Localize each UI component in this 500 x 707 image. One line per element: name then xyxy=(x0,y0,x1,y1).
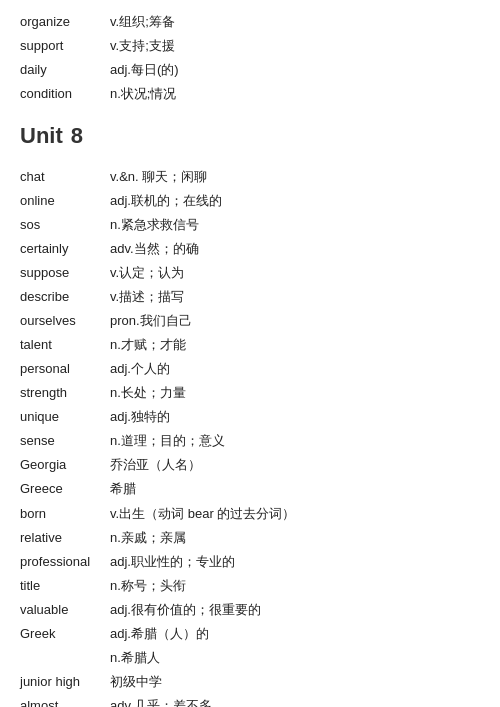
list-item: unique adj.独特的 xyxy=(20,405,480,429)
definition: n.称号；头衔 xyxy=(110,574,480,598)
unit-vocab-section: chat v.&n. 聊天；闲聊 online adj.联机的；在线的 sos … xyxy=(20,165,480,707)
list-item: n.希腊人 xyxy=(20,646,480,670)
definition: adv.当然；的确 xyxy=(110,237,480,261)
list-item: daily adj.每日(的) xyxy=(20,58,480,82)
unit-number: 8 xyxy=(71,116,83,157)
definition: adj.独特的 xyxy=(110,405,480,429)
word: personal xyxy=(20,357,110,381)
list-item: sense n.道理；目的；意义 xyxy=(20,429,480,453)
list-item: professional adj.职业性的；专业的 xyxy=(20,550,480,574)
unit-header: Unit 8 xyxy=(20,116,480,157)
list-item: organize v.组织;筹备 xyxy=(20,10,480,34)
list-item: valuable adj.很有价值的；很重要的 xyxy=(20,598,480,622)
list-item: sos n.紧急求救信号 xyxy=(20,213,480,237)
word: ourselves xyxy=(20,309,110,333)
list-item: almost adv.几乎；差不多 xyxy=(20,694,480,707)
definition: v.组织;筹备 xyxy=(110,10,480,34)
definition: n.长处；力量 xyxy=(110,381,480,405)
list-item: support v.支持;支援 xyxy=(20,34,480,58)
definition: adj.个人的 xyxy=(110,357,480,381)
list-item: strength n.长处；力量 xyxy=(20,381,480,405)
list-item: ourselves pron.我们自己 xyxy=(20,309,480,333)
list-item: relative n.亲戚；亲属 xyxy=(20,526,480,550)
vocabulary-list: organize v.组织;筹备 support v.支持;支援 daily a… xyxy=(20,10,480,707)
definition: v.出生（动词 bear 的过去分词） xyxy=(110,502,480,526)
word: talent xyxy=(20,333,110,357)
list-item: junior high 初级中学 xyxy=(20,670,480,694)
word: Greece xyxy=(20,477,110,501)
pre-unit-section: organize v.组织;筹备 support v.支持;支援 daily a… xyxy=(20,10,480,106)
word: support xyxy=(20,34,110,58)
list-item: Greece 希腊 xyxy=(20,477,480,501)
word: professional xyxy=(20,550,110,574)
list-item: title n.称号；头衔 xyxy=(20,574,480,598)
definition: n.才赋；才能 xyxy=(110,333,480,357)
word: suppose xyxy=(20,261,110,285)
list-item: certainly adv.当然；的确 xyxy=(20,237,480,261)
word: born xyxy=(20,502,110,526)
list-item: online adj.联机的；在线的 xyxy=(20,189,480,213)
list-item: chat v.&n. 聊天；闲聊 xyxy=(20,165,480,189)
word: almost xyxy=(20,694,110,707)
list-item: born v.出生（动词 bear 的过去分词） xyxy=(20,502,480,526)
word: Greek xyxy=(20,622,110,646)
word: chat xyxy=(20,165,110,189)
definition: 乔治亚（人名） xyxy=(110,453,480,477)
word: certainly xyxy=(20,237,110,261)
word: relative xyxy=(20,526,110,550)
list-item: describe v.描述；描写 xyxy=(20,285,480,309)
word: daily xyxy=(20,58,110,82)
definition: n.紧急求救信号 xyxy=(110,213,480,237)
word: sos xyxy=(20,213,110,237)
word: organize xyxy=(20,10,110,34)
word: title xyxy=(20,574,110,598)
word xyxy=(20,646,110,670)
word: valuable xyxy=(20,598,110,622)
definition: adv.几乎；差不多 xyxy=(110,694,480,707)
definition: v.描述；描写 xyxy=(110,285,480,309)
list-item: Greek adj.希腊（人）的 xyxy=(20,622,480,646)
list-item: condition n.状况;情况 xyxy=(20,82,480,106)
list-item: personal adj.个人的 xyxy=(20,357,480,381)
definition: adj.很有价值的；很重要的 xyxy=(110,598,480,622)
definition: adj.联机的；在线的 xyxy=(110,189,480,213)
word: describe xyxy=(20,285,110,309)
definition: n.道理；目的；意义 xyxy=(110,429,480,453)
unit-label: Unit xyxy=(20,116,63,157)
definition: adj.希腊（人）的 xyxy=(110,622,480,646)
definition: v.认定；认为 xyxy=(110,261,480,285)
list-item: talent n.才赋；才能 xyxy=(20,333,480,357)
list-item: Georgia 乔治亚（人名） xyxy=(20,453,480,477)
word: strength xyxy=(20,381,110,405)
definition: 初级中学 xyxy=(110,670,480,694)
definition: n.亲戚；亲属 xyxy=(110,526,480,550)
definition: v.支持;支援 xyxy=(110,34,480,58)
definition: 希腊 xyxy=(110,477,480,501)
definition: v.&n. 聊天；闲聊 xyxy=(110,165,480,189)
word: Georgia xyxy=(20,453,110,477)
list-item: suppose v.认定；认为 xyxy=(20,261,480,285)
word: unique xyxy=(20,405,110,429)
word: condition xyxy=(20,82,110,106)
word: sense xyxy=(20,429,110,453)
definition: adj.职业性的；专业的 xyxy=(110,550,480,574)
definition: adj.每日(的) xyxy=(110,58,480,82)
word: junior high xyxy=(20,670,110,694)
definition: n.状况;情况 xyxy=(110,82,480,106)
definition: pron.我们自己 xyxy=(110,309,480,333)
word: online xyxy=(20,189,110,213)
definition: n.希腊人 xyxy=(110,646,480,670)
